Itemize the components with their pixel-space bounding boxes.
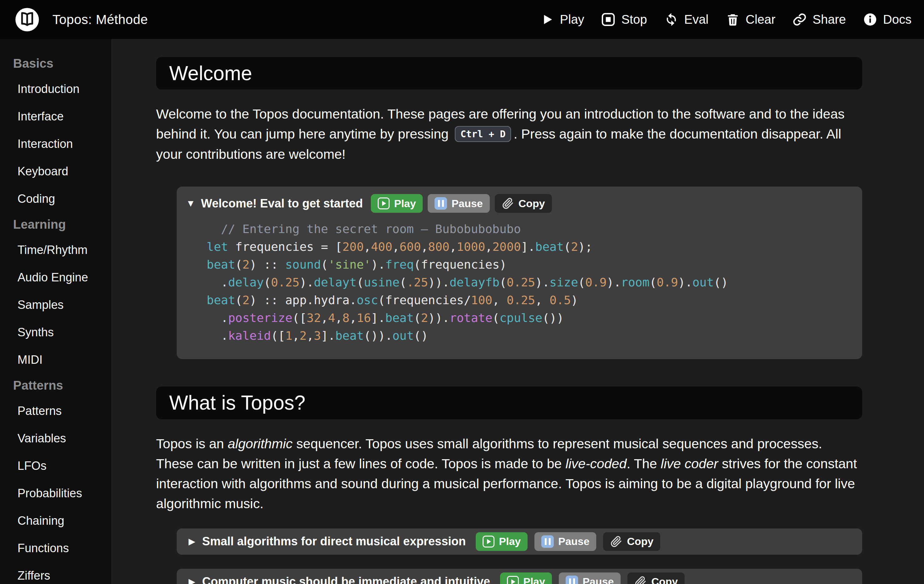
code-token: (frequencies) [414, 258, 507, 271]
code-token: ( [356, 275, 364, 289]
play-button[interactable]: Play [371, 194, 422, 213]
code-token: . [207, 329, 228, 342]
code-token: 8 [342, 311, 350, 325]
code-token: ( [235, 258, 243, 271]
code-token: sound [285, 258, 321, 271]
example-title: Small algorithms for direct musical expr… [202, 535, 466, 548]
eval-button[interactable]: Eval [664, 12, 709, 27]
sidebar-item-variables[interactable]: Variables [0, 424, 111, 452]
sidebar-item-ziffers[interactable]: Ziffers [0, 562, 111, 584]
button-label: Pause [558, 535, 589, 548]
code-token: )). [428, 311, 449, 325]
code-token: 1 [285, 329, 292, 342]
text-segment: algorithmic [228, 436, 292, 451]
sidebar-item-introduction[interactable]: Introduction [0, 75, 111, 103]
code-example-buttons: PlayPauseCopy [371, 194, 551, 213]
clear-button[interactable]: Clear [726, 12, 776, 27]
code-token: beat [535, 240, 564, 253]
code-token: 32 [307, 311, 321, 325]
code-line: let frequencies = [200,400,600,800,1000,… [207, 238, 853, 256]
play-button[interactable]: Play [540, 12, 584, 27]
sidebar-item-audio-engine[interactable]: Audio Engine [0, 263, 111, 291]
sidebar-item-time-rhythm[interactable]: Time/Rhythm [0, 236, 111, 263]
sidebar-section-title: Basics [0, 51, 111, 75]
code-token: () [714, 275, 728, 289]
code-line: // Entering the secret room — Bubobubobu… [207, 220, 853, 238]
code-line: beat(2) :: app.hydra.osc(frequencies/100… [207, 291, 853, 309]
code-token: ) [571, 293, 578, 307]
trash-icon [726, 12, 740, 27]
code-token: cpulse [500, 311, 542, 325]
code-token: (frequencies/ [378, 293, 471, 307]
sidebar-item-probabilities[interactable]: Probabilities [0, 479, 111, 507]
what-is-topos-heading: What is Topos? [156, 387, 862, 419]
text-segment: live coder [661, 456, 718, 471]
play-button[interactable]: Play [500, 572, 552, 584]
code-token: 200 [342, 240, 364, 253]
header-actions: PlayStopEvalClearShareDocs [540, 12, 911, 27]
button-label: Copy [651, 576, 678, 584]
button-label: Pause [451, 197, 483, 210]
sidebar-item-midi[interactable]: MIDI [0, 346, 111, 373]
sidebar-item-interaction[interactable]: Interaction [0, 130, 111, 158]
collapsed-example[interactable]: ▶Computer music should be immediate and … [177, 569, 862, 584]
sidebar-item-keyboard[interactable]: Keyboard [0, 158, 111, 185]
book-icon[interactable] [14, 7, 40, 33]
sidebar-item-coding[interactable]: Coding [0, 185, 111, 212]
code-token: out [692, 275, 714, 289]
code-token: usine [364, 275, 399, 289]
chevron-right-icon[interactable]: ▶ [188, 536, 195, 546]
code-token: 2 [571, 240, 578, 253]
code-token: 400 [371, 240, 393, 253]
code-token: kaleid [228, 329, 271, 342]
code-token: 'sine' [328, 258, 371, 271]
sidebar-item-samples[interactable]: Samples [0, 291, 111, 319]
code-token: ). [535, 275, 550, 289]
docs-button[interactable]: Docs [863, 12, 911, 27]
code-example-header: ▼ Welcome! Eval to get started PlayPause… [186, 194, 853, 213]
code-token: , [321, 311, 328, 325]
code-token: , [393, 240, 399, 253]
code-content[interactable]: // Entering the secret room — Bubobubobu… [186, 220, 853, 345]
copy-button[interactable]: Copy [603, 532, 660, 551]
keyboard-shortcut: Ctrl + D [455, 126, 512, 142]
code-token: , [449, 240, 457, 253]
code-token: out [393, 329, 414, 342]
collapsed-examples: ▶Small algorithms for direct musical exp… [177, 528, 862, 584]
paperclip-icon [610, 535, 622, 548]
code-example-block: ▼ Welcome! Eval to get started PlayPause… [177, 187, 862, 359]
stop-button[interactable]: Stop [601, 12, 647, 27]
collapsed-example[interactable]: ▶Small algorithms for direct musical exp… [177, 528, 862, 555]
sidebar-item-chaining[interactable]: Chaining [0, 507, 111, 535]
share-button[interactable]: Share [792, 12, 846, 27]
sidebar-item-functions[interactable]: Functions [0, 535, 111, 562]
pause-button[interactable]: Pause [535, 532, 596, 551]
code-token: ( [578, 275, 585, 289]
action-label: Eval [684, 13, 709, 26]
eval-icon [664, 12, 679, 27]
play-button[interactable]: Play [476, 532, 528, 551]
action-label: Share [813, 13, 846, 26]
sidebar-item-interface[interactable]: Interface [0, 103, 111, 130]
pause-button[interactable]: Pause [559, 572, 620, 584]
chevron-down-icon[interactable]: ▼ [186, 198, 195, 209]
code-token: , [335, 311, 342, 325]
sidebar-item-patterns[interactable]: Patterns [0, 397, 111, 424]
copy-button[interactable]: Copy [495, 194, 552, 213]
code-token: beat [385, 311, 414, 325]
copy-button[interactable]: Copy [627, 572, 685, 584]
code-token: ( [321, 258, 328, 271]
pause-button[interactable]: Pause [428, 194, 490, 213]
code-token: ()). [364, 329, 393, 342]
code-token: ). [678, 275, 692, 289]
text-segment: . The [627, 456, 660, 471]
chevron-right-icon[interactable]: ▶ [188, 576, 195, 584]
text-segment: Topos is an [156, 436, 228, 451]
example-title: Computer music should be immediate and i… [202, 575, 490, 584]
code-token: beat [207, 293, 235, 307]
sidebar-item-synths[interactable]: Synths [0, 319, 111, 346]
code-token: delayt [314, 275, 356, 289]
code-token: 100 [471, 293, 493, 307]
app-title: Topos: Méthode [53, 12, 148, 27]
sidebar-item-lfos[interactable]: LFOs [0, 452, 111, 479]
